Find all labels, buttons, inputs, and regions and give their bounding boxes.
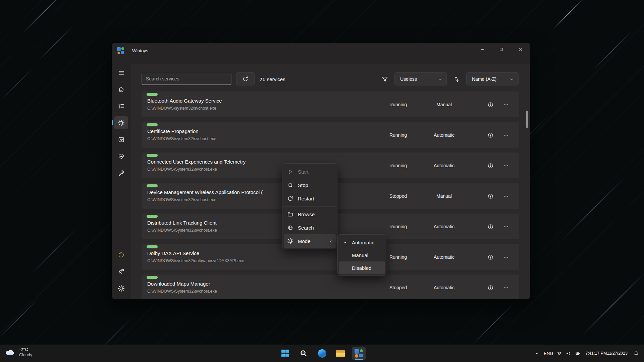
- notifications-button[interactable]: [631, 347, 641, 360]
- menu-item-browse[interactable]: Browse: [284, 207, 336, 221]
- sidebar-item-apps[interactable]: [114, 100, 128, 112]
- taskbar-search-button[interactable]: [297, 347, 310, 360]
- service-mode: Automatic: [434, 254, 454, 260]
- mode-submenu: Automatic Manual Disabled: [337, 234, 386, 276]
- status-badge: [147, 154, 158, 157]
- sidebar-item-services[interactable]: [114, 116, 128, 129]
- minimize-button[interactable]: [473, 43, 492, 57]
- service-status: Running: [389, 132, 407, 138]
- service-row[interactable]: Bluetooth Audio Gateway Service C:\WINDO…: [142, 92, 519, 117]
- menu-item-mode[interactable]: Mode: [284, 234, 336, 248]
- weather-widget[interactable]: -2°C Cloudy: [4, 347, 32, 358]
- minimize-icon: [480, 47, 485, 53]
- clock[interactable]: 7:41:17 PM 11/27/2023: [582, 347, 631, 360]
- chevron-up-icon: [534, 351, 540, 356]
- taskbar-explorer-button[interactable]: [334, 347, 347, 360]
- ellipsis-icon: [503, 254, 509, 260]
- gear-icon: [287, 238, 293, 244]
- sidebar-item-menu[interactable]: [114, 66, 128, 79]
- search-input[interactable]: [142, 73, 231, 85]
- titlebar[interactable]: Wintoys: [112, 43, 530, 59]
- sort-dropdown[interactable]: Name (A-Z): [466, 72, 519, 85]
- filter-dropdown[interactable]: Useless: [394, 72, 447, 85]
- service-name: Connected User Experiences and Telemetry: [147, 159, 246, 165]
- sidebar-item-health[interactable]: [114, 150, 128, 163]
- menu-item-stop[interactable]: Stop: [284, 178, 336, 192]
- info-icon: [487, 254, 494, 260]
- info-button[interactable]: [486, 252, 495, 262]
- more-options-button[interactable]: [501, 100, 511, 109]
- scrollbar-thumb[interactable]: [526, 111, 528, 128]
- more-options-button[interactable]: [501, 252, 511, 262]
- tray-overflow-button[interactable]: [532, 347, 542, 360]
- menu-item-start[interactable]: Start: [284, 165, 336, 178]
- wifi-button[interactable]: [555, 347, 564, 360]
- restore-icon: [118, 251, 125, 258]
- ellipsis-icon: [503, 285, 509, 291]
- info-icon: [487, 132, 494, 138]
- taskbar-edge-button[interactable]: [315, 347, 329, 360]
- globe-icon: [287, 225, 293, 231]
- taskbar-wintoys-button[interactable]: [352, 347, 366, 360]
- info-button[interactable]: [486, 100, 495, 109]
- info-icon: [487, 163, 494, 169]
- more-options-button[interactable]: [501, 222, 511, 231]
- service-row[interactable]: Downloaded Maps Manager C:\WINDOWS\Syste…: [142, 275, 519, 299]
- service-status: Running: [389, 224, 407, 229]
- service-name: Dolby DAX API Service: [147, 250, 199, 256]
- sort-dropdown-value: Name (A-Z): [472, 76, 496, 82]
- sidebar-item-settings[interactable]: [114, 282, 128, 295]
- menu-item-label: Browse: [298, 212, 315, 217]
- info-icon: [487, 285, 494, 291]
- services-count: 71services: [260, 76, 285, 82]
- sidebar-item-tweaks[interactable]: [114, 167, 128, 180]
- bell-icon: [633, 351, 639, 356]
- service-path: C:\WINDOWS\System32\svchost.exe: [147, 167, 217, 172]
- menu-item-label: Stop: [298, 182, 308, 188]
- search-icon: [300, 349, 308, 357]
- weather-temperature: -2°C: [19, 347, 32, 352]
- menu-item-search[interactable]: Search: [284, 221, 336, 234]
- more-options-button[interactable]: [501, 283, 511, 292]
- submenu-item-label: Disabled: [352, 265, 371, 271]
- window-title: Wintoys: [132, 48, 148, 53]
- service-mode: Automatic: [434, 132, 454, 138]
- submenu-item-disabled[interactable]: Disabled: [339, 261, 385, 274]
- more-options-button[interactable]: [501, 161, 511, 170]
- taskbar-start-button[interactable]: [278, 347, 292, 360]
- service-row[interactable]: Certificate Propagation C:\WINDOWS\syste…: [142, 122, 519, 148]
- battery-charging-icon: [575, 351, 580, 356]
- submenu-item-manual[interactable]: Manual: [339, 249, 385, 261]
- more-options-button[interactable]: [501, 130, 511, 140]
- menu-item-restart[interactable]: Restart: [284, 192, 336, 205]
- info-button[interactable]: [486, 161, 495, 170]
- settings-gear-icon: [118, 285, 125, 292]
- info-button[interactable]: [486, 130, 495, 140]
- menu-separator: [283, 206, 337, 206]
- info-icon: [487, 193, 494, 199]
- language-indicator[interactable]: ENG: [542, 347, 555, 360]
- battery-button[interactable]: [573, 347, 582, 360]
- hamburger-menu-icon: [118, 69, 125, 76]
- refresh-button[interactable]: [236, 72, 255, 85]
- service-status: Running: [389, 163, 407, 168]
- play-icon: [287, 169, 293, 175]
- maximize-button[interactable]: [492, 43, 511, 57]
- menu-item-label: Start: [298, 169, 309, 175]
- service-mode: Manual: [436, 102, 452, 107]
- service-path: C:\WINDOWS\System32\svchost.exe: [147, 289, 217, 294]
- sidebar-item-feedback[interactable]: [114, 265, 128, 278]
- info-button[interactable]: [486, 222, 495, 231]
- menu-item-label: Mode: [298, 238, 311, 244]
- volume-button[interactable]: [564, 347, 573, 360]
- sidebar-item-performance[interactable]: [114, 133, 128, 146]
- info-button[interactable]: [486, 191, 495, 201]
- info-button[interactable]: [486, 283, 495, 292]
- service-status: Stopped: [389, 285, 407, 290]
- submenu-item-automatic[interactable]: Automatic: [339, 236, 385, 249]
- sidebar-item-restore[interactable]: [114, 248, 128, 261]
- sidebar-item-home[interactable]: [114, 83, 128, 96]
- service-name: Device Management Wireless Application P…: [147, 189, 263, 195]
- more-options-button[interactable]: [501, 191, 511, 201]
- close-button[interactable]: [511, 43, 530, 57]
